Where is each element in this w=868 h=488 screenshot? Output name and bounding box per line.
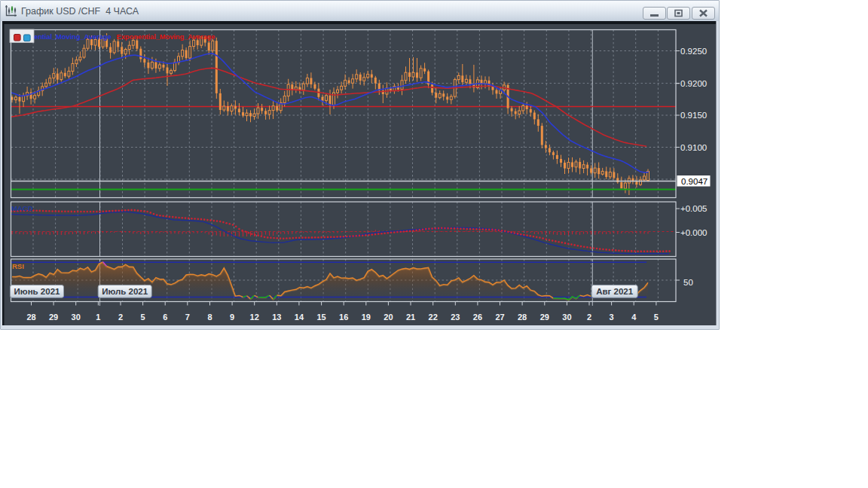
svg-text:5: 5 [654, 313, 659, 322]
svg-text:4: 4 [631, 313, 637, 322]
svg-text:+0.005: +0.005 [680, 204, 708, 213]
svg-text:Июнь 2021: Июнь 2021 [14, 287, 60, 296]
svg-text:8: 8 [207, 313, 212, 322]
svg-text:27: 27 [495, 313, 504, 322]
svg-text:7: 7 [185, 313, 190, 322]
svg-text:1: 1 [96, 313, 100, 322]
svg-text:29: 29 [540, 313, 549, 322]
svg-text:RSI: RSI [12, 262, 24, 270]
svg-text:16: 16 [339, 313, 348, 322]
svg-text:Июль 2021: Июль 2021 [102, 287, 148, 296]
svg-text:19: 19 [362, 313, 371, 322]
svg-text:+0.000: +0.000 [680, 228, 708, 237]
svg-text:0.9150: 0.9150 [680, 111, 707, 120]
svg-text:0.9250: 0.9250 [680, 47, 707, 56]
svg-text:30: 30 [72, 313, 81, 322]
svg-text:MACD: MACD [11, 204, 33, 212]
svg-text:6: 6 [163, 313, 167, 322]
svg-text:29: 29 [49, 313, 58, 322]
svg-text:5: 5 [141, 313, 145, 322]
svg-text:2: 2 [587, 313, 591, 322]
svg-text:21: 21 [406, 313, 415, 322]
svg-text:23: 23 [451, 313, 460, 322]
svg-text:50: 50 [683, 278, 693, 287]
svg-text:0.9047: 0.9047 [681, 177, 708, 186]
svg-text:14: 14 [295, 313, 304, 322]
svg-text:28: 28 [26, 313, 35, 322]
svg-text:ential_Moving_Average: ential_Moving_Average [34, 32, 112, 41]
svg-text:12: 12 [250, 313, 259, 322]
svg-text:2: 2 [118, 313, 123, 322]
svg-text:20: 20 [384, 313, 393, 322]
svg-text:0.9200: 0.9200 [680, 79, 707, 88]
svg-text:26: 26 [473, 313, 482, 322]
svg-text:Exponential_Moving_Average: Exponential_Moving_Average [117, 32, 215, 41]
svg-text:15: 15 [316, 313, 326, 322]
svg-text:0.9100: 0.9100 [680, 143, 707, 152]
svg-text:9: 9 [230, 313, 234, 322]
svg-text:22: 22 [429, 313, 438, 322]
svg-text:28: 28 [518, 313, 527, 322]
svg-text:3: 3 [610, 313, 614, 322]
svg-text:13: 13 [272, 313, 281, 322]
svg-text:30: 30 [562, 313, 571, 322]
svg-text:Авг 2021: Авг 2021 [596, 287, 634, 296]
